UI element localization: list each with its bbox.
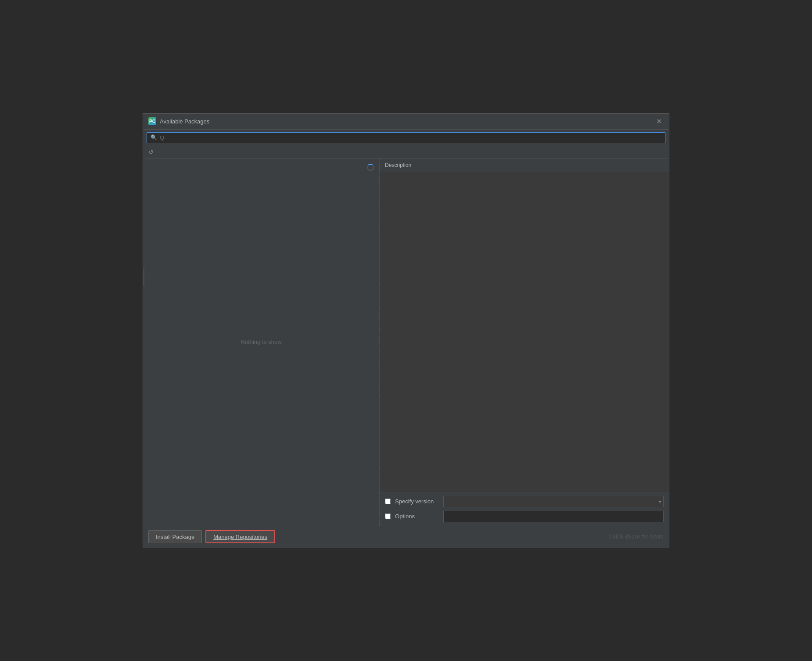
specify-version-row: Specify version ▾ bbox=[385, 496, 664, 507]
search-input[interactable] bbox=[160, 134, 661, 141]
packages-list-panel: Nothing to show bbox=[143, 159, 380, 526]
options-input[interactable] bbox=[443, 511, 664, 522]
window-title: Available Packages bbox=[160, 118, 209, 125]
close-button[interactable]: ✕ bbox=[654, 116, 664, 126]
specify-version-checkbox[interactable] bbox=[385, 498, 391, 504]
backdrop: PC Available Packages ✕ 🔍 ↺ Nothing to s… bbox=[0, 0, 812, 661]
options-area: Specify version ▾ Options bbox=[380, 492, 669, 526]
title-bar: PC Available Packages ✕ bbox=[143, 114, 669, 130]
install-package-button[interactable]: Install Package bbox=[148, 530, 202, 543]
search-input-wrapper: 🔍 bbox=[147, 132, 665, 143]
toolbar: ↺ bbox=[143, 146, 669, 159]
title-bar-left: PC Available Packages bbox=[148, 117, 209, 125]
options-label: Options bbox=[395, 513, 439, 520]
search-icon: 🔍 bbox=[151, 134, 157, 141]
scrollbar-indicator bbox=[143, 268, 144, 286]
loading-spinner bbox=[367, 164, 374, 171]
description-content bbox=[380, 172, 669, 492]
empty-state-message: Nothing to show bbox=[143, 159, 379, 526]
specify-version-label: Specify version bbox=[395, 498, 439, 505]
version-select[interactable] bbox=[443, 496, 664, 507]
description-panel: Description Specify version ▾ bbox=[380, 159, 669, 526]
manage-repositories-button[interactable]: Manage Repositories bbox=[205, 530, 275, 543]
available-packages-dialog: PC Available Packages ✕ 🔍 ↺ Nothing to s… bbox=[143, 113, 669, 548]
footer: Install Package Manage Repositories CSDN… bbox=[143, 526, 669, 548]
watermark: CSDN @love the future bbox=[608, 534, 664, 540]
main-content: Nothing to show Description Specify vers… bbox=[143, 159, 669, 526]
search-bar: 🔍 bbox=[143, 130, 669, 146]
options-row: Options bbox=[385, 511, 664, 522]
app-icon: PC bbox=[148, 117, 156, 125]
refresh-button[interactable]: ↺ bbox=[147, 148, 155, 156]
description-header: Description bbox=[380, 159, 669, 172]
options-checkbox[interactable] bbox=[385, 513, 391, 519]
version-select-wrapper: ▾ bbox=[443, 496, 664, 507]
footer-buttons: Install Package Manage Repositories bbox=[148, 530, 275, 543]
